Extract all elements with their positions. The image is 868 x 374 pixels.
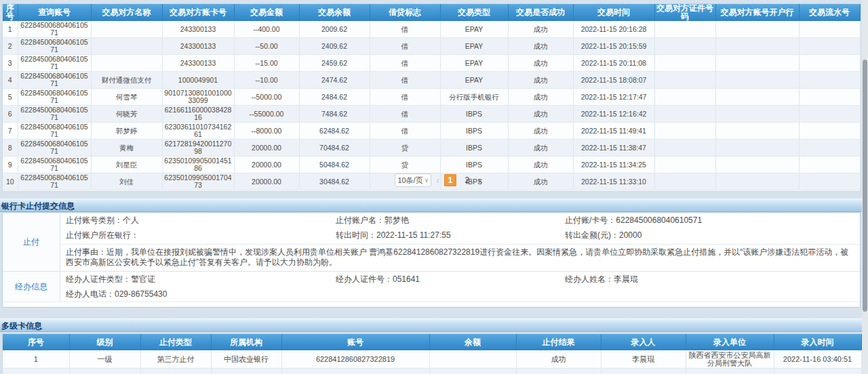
table-cell: EPAY [440,55,508,72]
table-cell [654,38,715,55]
table-cell [799,21,860,38]
table-cell: 8 [3,140,18,157]
table-cell: 2022-11-15 12:17:47 [573,89,654,106]
page-size-select[interactable]: 10条/页 ∨ [395,173,431,187]
field: 转出金额(元)：20000 [565,230,860,240]
table-cell: 6228450068040610571 [18,123,91,140]
multi-card-table: 序号级别止付类型所属机构账号余额止付结果录入人录入单位录入时间1一级第三方止付中… [3,334,862,374]
table-cell [654,55,715,72]
table-cell: 成功 [508,106,573,123]
table-cell: 6228450068040610571 [18,106,91,123]
group-label: 止付 [3,213,60,271]
table-cell: 借 [370,72,440,89]
table-cell: 借 [370,123,440,140]
vertical-scrollbar[interactable] [862,0,868,374]
table-row: 1一级第三方止付中国农业银行6228412860827322819成功李晨琨陕西… [3,350,861,369]
info-group: 经办信息经办人证件类型：警官证经办人证件号：051641经办人姓名：李晨琨经办人… [3,271,860,302]
table-cell [91,21,162,38]
column-header: 交易金额 [234,4,299,21]
table-cell: 1 [3,350,69,369]
table-cell: 2022-11-15 12:16:42 [573,106,654,123]
column-header: 录入时间 [774,334,861,350]
table-cell: 陕西省西安市公安局高新分局刑警大队 [686,350,774,369]
header-row: 序号查询账号交易对方名称交易对方账卡号交易金额交易余额借贷标志交易类型交易是否成… [3,4,860,21]
table-cell: --55000.00 [234,106,299,123]
field: 止付账户所在银行： [66,230,336,240]
stop-payment-section-title: 银行卡止付提交信息 [0,199,863,212]
field: 止付账/卡号：6228450068040610571 [565,215,860,225]
table-cell: --400.00 [234,21,299,38]
table-cell: 借 [370,106,440,123]
table-cell: 7484.62 [299,106,370,123]
table-row: 56228450068040610571何雪琴90107130801001000… [3,89,860,106]
table-cell: 成功 [516,350,601,369]
table-cell: 6228412860827322819 [281,350,429,369]
table-cell: 2022-11-15 18:08:07 [573,72,654,89]
group-body: 经办人证件类型：警官证经办人证件号：051641经办人姓名：李晨琨经办人电话：0… [60,272,860,302]
table-cell [799,72,860,89]
table-cell [686,369,774,374]
column-header: 交易类型 [440,4,508,21]
page-number-2[interactable]: 2 [461,174,473,186]
table-cell: 李晨琨 [601,369,686,374]
table-cell [211,369,281,374]
table-cell: 5 [3,89,18,106]
page-size-label: 10条/页 [397,175,422,186]
table-cell: IBPS [440,106,508,123]
page-number-1[interactable]: 1 [444,174,456,186]
column-header: 查询账号 [18,4,91,21]
table-cell: IBPS [440,123,508,140]
table-row: 26228450068040610571243300133--50.002409… [3,38,860,55]
table-cell: 分行版手机银行 [440,89,508,106]
next-page-button[interactable]: › [478,174,481,186]
scrollbar-thumb[interactable] [863,60,867,312]
table-cell [429,350,516,369]
table-cell: 62484.62 [299,123,370,140]
column-header: 交易对方账卡号 [162,4,234,21]
table-cell: 6217281942001127098 [162,140,234,157]
table-cell: 3 [3,55,18,72]
info-group: 止付止付账号类别：个人止付账户名：郭梦艳止付账/卡号：6228450068040… [3,213,860,271]
table-cell: 财付通微信支付 [91,72,162,89]
field-row: 止付账号类别：个人止付账户名：郭梦艳止付账/卡号：622845006804061… [60,213,860,228]
table-cell: 2022-11-15 20:15:59 [573,38,654,55]
field: 经办人证件类型：警官证 [66,274,336,284]
table-cell: 1000049901 [162,72,234,89]
transactions-panel: 序号查询账号交易对方名称交易对方账卡号交易金额交易余额借贷标志交易类型交易是否成… [2,3,861,192]
prev-page-button[interactable]: ‹ [436,174,439,186]
column-header: 序号 [3,4,18,21]
table-cell: 借 [370,89,440,106]
table-cell: 6 [3,106,18,123]
table-cell [715,106,799,123]
table-cell [654,72,715,89]
table-cell: EPAY [440,38,508,55]
column-header: 交易时间 [573,4,654,21]
table-cell: EPAY [440,21,508,38]
table-cell [799,106,860,123]
table-cell: 2474.62 [299,72,370,89]
field: 转出时间：2022-11-15 11:27:55 [336,230,565,240]
table-cell: 2022-11-16 03:40:51 [774,350,861,369]
table-cell: 2022-11-15 20:16:28 [573,21,654,38]
table-cell: 2 [3,38,18,55]
table-cell: 6228450068040610571 [18,38,91,55]
table-row: 66228450068040610571何晓芳62166116000038428… [3,106,860,123]
table-cell [654,89,715,106]
column-header: 交易余额 [299,4,370,21]
table-cell: 1 [3,21,18,38]
table-row: 76228450068040610571郭梦婷62303611010734162… [3,123,860,140]
column-header: 交易对方证件号码 [654,4,715,21]
table-cell [799,55,860,72]
table-cell [799,89,860,106]
table-cell: 6228450068040610571 [18,72,91,89]
table-cell [91,38,162,55]
table-cell: 何晓芳 [91,106,162,123]
column-header: 借贷标志 [370,4,440,21]
column-header: 所属机构 [211,334,281,350]
table-cell: 243300133 [162,21,234,38]
table-cell [715,72,799,89]
table-cell: 第三方止付 [140,350,211,369]
table-cell: --10.00 [234,72,299,89]
stop-payment-reason: 止付事由：近期，我单位在接报刘妮被骗警情中，发现涉案人员利用贵单位相关账户 曹鸿… [60,244,860,271]
table-cell [429,369,516,374]
